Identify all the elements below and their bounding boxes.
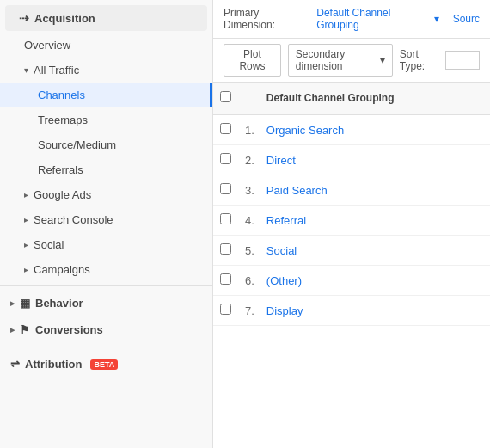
secondary-dimension-dropdown[interactable]: Secondary dimension ▾ — [288, 44, 393, 77]
sidebar-item-channels[interactable]: Channels — [0, 83, 212, 107]
sidebar-item-label: Treemaps — [38, 114, 88, 126]
sidebar-item-label: Source/Medium — [38, 138, 116, 151]
row-checkbox-input[interactable] — [220, 183, 231, 194]
table-row: 6. (Other) — [213, 266, 490, 296]
beta-badge: BETA — [90, 359, 118, 370]
row-metrics — [469, 206, 490, 236]
header-num-col — [238, 83, 260, 114]
row-checkbox-input[interactable] — [220, 273, 231, 285]
channel-link[interactable]: Social — [266, 244, 297, 257]
row-checkbox[interactable] — [213, 114, 238, 145]
row-checkbox-input[interactable] — [220, 123, 231, 134]
header-channel-grouping: Default Channel Grouping — [260, 83, 469, 114]
sidebar-item-overview[interactable]: Overview — [0, 33, 212, 58]
chevron-right-icon: ▸ — [24, 240, 28, 249]
sidebar-item-label: Referrals — [38, 163, 83, 176]
row-label[interactable]: Social — [260, 236, 469, 266]
row-checkbox[interactable] — [213, 145, 238, 175]
row-metrics — [469, 266, 490, 296]
channel-link[interactable]: Organic Search — [266, 124, 344, 137]
row-num: 1. — [238, 114, 260, 145]
sidebar-item-all-traffic[interactable]: ▾ All Traffic — [0, 58, 212, 83]
row-label[interactable]: Paid Search — [260, 175, 469, 206]
row-label[interactable]: Direct — [260, 145, 469, 175]
channel-link[interactable]: (Other) — [266, 274, 302, 287]
row-checkbox-input[interactable] — [220, 153, 231, 164]
primary-dim-dropdown[interactable]: Default Channel Grouping ▾ — [316, 7, 438, 31]
row-label[interactable]: Organic Search — [260, 114, 469, 145]
row-metrics — [469, 175, 490, 206]
sidebar-divider — [0, 285, 212, 286]
plot-rows-button[interactable]: Plot Rows — [224, 44, 281, 77]
table-row: 1. Organic Search — [213, 114, 490, 145]
chevron-right-icon: ▸ — [24, 190, 28, 199]
channel-link[interactable]: Display — [266, 304, 303, 317]
sidebar-item-label: All Traffic — [34, 64, 79, 77]
row-checkbox-input[interactable] — [220, 304, 231, 315]
sidebar-item-attribution[interactable]: ⇌ Attribution BETA — [0, 351, 212, 377]
sidebar-item-campaigns[interactable]: ▸ Campaigns — [0, 257, 212, 282]
row-num: 4. — [238, 206, 260, 236]
row-num: 7. — [238, 296, 260, 326]
chevron-down-icon: ▾ — [24, 65, 28, 75]
table-header-row: Default Channel Grouping — [213, 83, 490, 114]
channel-link[interactable]: Paid Search — [266, 184, 328, 197]
row-label[interactable]: (Other) — [260, 266, 469, 296]
chevron-right-icon: ▸ — [24, 215, 28, 224]
row-metrics — [469, 114, 490, 145]
row-checkbox-input[interactable] — [220, 213, 231, 224]
sidebar-item-search-console[interactable]: ▸ Search Console — [0, 207, 212, 232]
row-metrics — [469, 145, 490, 175]
table-body: 1. Organic Search 2. Direct 3. Paid Sear… — [213, 114, 490, 326]
sort-type-input[interactable] — [445, 51, 480, 70]
channel-link[interactable]: Referral — [266, 214, 306, 227]
acquisition-icon: ⇢ — [19, 11, 29, 25]
header-channel-label: Default Channel Grouping — [266, 92, 395, 104]
select-all-checkbox[interactable] — [220, 91, 231, 102]
row-num: 2. — [238, 145, 260, 175]
sidebar-item-label: Conversions — [35, 323, 103, 336]
sidebar-item-label: Overview — [24, 39, 70, 52]
sidebar-item-label: Attribution — [25, 358, 82, 371]
sidebar-item-behavior[interactable]: ▸ ▦ Behavior — [0, 290, 212, 316]
chevron-down-icon: ▾ — [434, 13, 439, 25]
row-num: 5. — [238, 236, 260, 266]
sidebar-item-label: Search Console — [34, 213, 113, 226]
row-checkbox-input[interactable] — [220, 243, 231, 255]
sort-type-label: Sort Type: — [400, 48, 438, 72]
sidebar-divider-2 — [0, 347, 212, 347]
sidebar-item-label: Behavior — [35, 297, 83, 310]
sidebar-item-label: Acquisition — [34, 12, 95, 25]
row-num: 3. — [238, 175, 260, 206]
table-row: 5. Social — [213, 236, 490, 266]
primary-dimension-bar: Primary Dimension: Default Channel Group… — [213, 0, 490, 39]
toolbar-row: Plot Rows Secondary dimension ▾ Sort Typ… — [213, 39, 490, 83]
chevron-down-icon: ▾ — [380, 54, 385, 66]
main-content: Primary Dimension: Default Channel Group… — [213, 0, 490, 448]
attribution-icon: ⇌ — [10, 358, 20, 371]
sidebar-item-google-ads[interactable]: ▸ Google Ads — [0, 182, 212, 207]
sidebar-item-conversions[interactable]: ▸ ⚑ Conversions — [0, 316, 212, 343]
data-table: Default Channel Grouping 1. Organic Sear… — [213, 83, 490, 326]
row-checkbox[interactable] — [213, 266, 238, 296]
row-label[interactable]: Referral — [260, 206, 469, 236]
row-checkbox[interactable] — [213, 236, 238, 266]
table-area: Default Channel Grouping 1. Organic Sear… — [213, 83, 490, 448]
source-link[interactable]: Sourc — [453, 13, 480, 25]
row-checkbox[interactable] — [213, 296, 238, 326]
sidebar: ⇢ Acquisition Overview ▾ All Traffic Cha… — [0, 0, 213, 448]
sidebar-item-label: Campaigns — [34, 263, 90, 276]
channel-link[interactable]: Direct — [266, 154, 296, 167]
sidebar-item-source-medium[interactable]: Source/Medium — [0, 132, 212, 157]
secondary-dim-label: Secondary dimension — [296, 48, 377, 72]
row-checkbox[interactable] — [213, 206, 238, 236]
row-num: 6. — [238, 266, 260, 296]
row-label[interactable]: Display — [260, 296, 469, 326]
sidebar-item-acquisition[interactable]: ⇢ Acquisition — [5, 5, 207, 31]
sidebar-item-treemaps[interactable]: Treemaps — [0, 107, 212, 132]
sidebar-item-referrals[interactable]: Referrals — [0, 157, 212, 182]
primary-dim-label: Primary Dimension: — [224, 7, 309, 31]
row-checkbox[interactable] — [213, 175, 238, 206]
row-metrics — [469, 296, 490, 326]
sidebar-item-social[interactable]: ▸ Social — [0, 232, 212, 257]
